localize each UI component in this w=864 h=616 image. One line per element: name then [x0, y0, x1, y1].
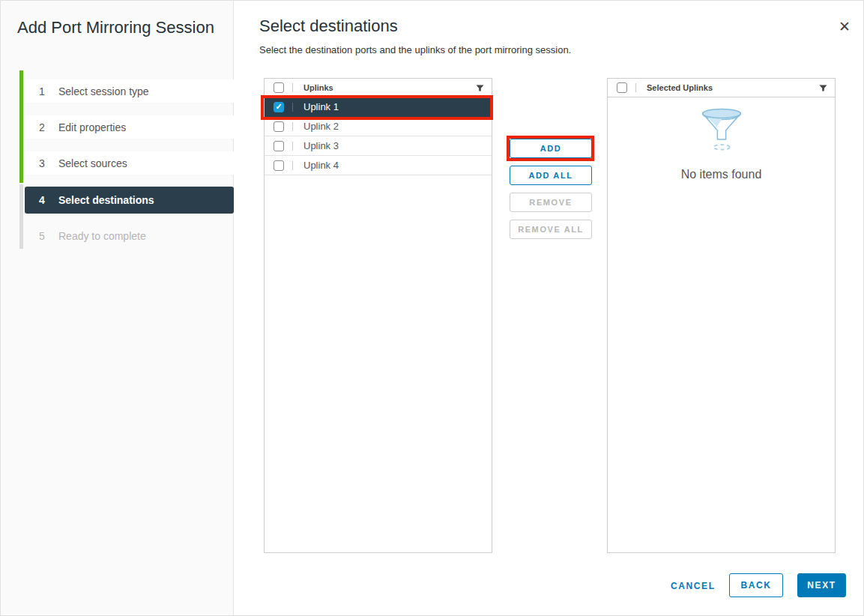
row-label: Uplink 4 — [303, 160, 339, 171]
row-label: Uplink 2 — [303, 121, 339, 132]
progress-bar-completed — [19, 70, 23, 183]
table-row-uplink-1[interactable]: ✓ Uplink 1 — [265, 97, 492, 117]
column-divider — [292, 103, 293, 112]
page-subtitle: Select the destination ports and the upl… — [259, 44, 571, 55]
step-number: 5 — [37, 230, 46, 242]
step-label: Select session type — [58, 85, 149, 97]
step-label: Ready to complete — [58, 230, 146, 242]
select-all-checkbox[interactable] — [274, 82, 284, 93]
check-icon: ✓ — [275, 103, 282, 111]
row-label: Uplink 1 — [303, 101, 339, 112]
back-button[interactable]: BACK — [729, 573, 783, 597]
step-number: 3 — [37, 157, 46, 169]
row-checkbox[interactable] — [274, 121, 284, 132]
step-label: Select sources — [58, 157, 127, 169]
column-divider — [292, 83, 293, 92]
add-button[interactable]: ADD — [510, 139, 592, 158]
uplinks-column-header: Uplinks — [303, 83, 476, 92]
step-select-destinations[interactable]: 4 Select destinations — [25, 187, 234, 214]
add-all-button[interactable]: ADD ALL — [510, 166, 592, 185]
step-select-sources[interactable]: 3 Select sources — [25, 151, 234, 175]
remove-button[interactable]: REMOVE — [510, 193, 592, 212]
table-row-uplink-2[interactable]: Uplink 2 — [265, 117, 492, 136]
wizard-sidebar: Add Port Mirroring Session 1 Select sess… — [1, 1, 234, 616]
next-button[interactable]: NEXT — [797, 573, 846, 597]
selected-uplinks-column-header: Selected Uplinks — [647, 83, 819, 92]
step-number: 4 — [37, 194, 46, 206]
uplinks-table-header: Uplinks — [265, 79, 492, 97]
column-divider — [292, 122, 293, 131]
row-checkbox[interactable] — [274, 141, 284, 151]
table-row-uplink-3[interactable]: Uplink 3 — [265, 136, 492, 156]
step-label: Select destinations — [58, 194, 154, 206]
step-select-session-type[interactable]: 1 Select session type — [25, 79, 234, 103]
step-ready-to-complete: 5 Ready to complete — [25, 224, 234, 247]
column-divider — [635, 83, 636, 92]
selected-uplinks-table: Selected Uplinks — [607, 78, 836, 553]
table-row-uplink-4[interactable]: Uplink 4 — [265, 156, 492, 175]
selected-uplinks-table-header: Selected Uplinks — [608, 79, 835, 97]
wizard-title: Add Port Mirroring Session — [17, 17, 218, 38]
page-title: Select destinations — [259, 16, 398, 36]
column-divider — [292, 142, 293, 151]
progress-bar-remaining — [19, 184, 23, 249]
row-checkbox[interactable]: ✓ — [274, 102, 284, 112]
uplinks-table: Uplinks ✓ Uplink 1 Uplink 2 Uplink 3 Upl… — [264, 78, 492, 553]
filter-icon[interactable] — [476, 84, 484, 92]
step-label: Edit properties — [58, 121, 126, 133]
step-number: 2 — [37, 121, 46, 133]
close-icon[interactable]: ✕ — [833, 14, 857, 38]
step-edit-properties[interactable]: 2 Edit properties — [25, 115, 234, 139]
remove-all-button[interactable]: REMOVE ALL — [510, 220, 592, 239]
cancel-button[interactable]: CANCEL — [665, 575, 722, 597]
row-checkbox[interactable] — [274, 160, 284, 171]
step-number: 1 — [37, 85, 46, 97]
select-all-checkbox[interactable] — [617, 82, 627, 93]
filter-icon[interactable] — [819, 84, 827, 92]
row-label: Uplink 3 — [303, 140, 339, 151]
column-divider — [292, 161, 293, 170]
